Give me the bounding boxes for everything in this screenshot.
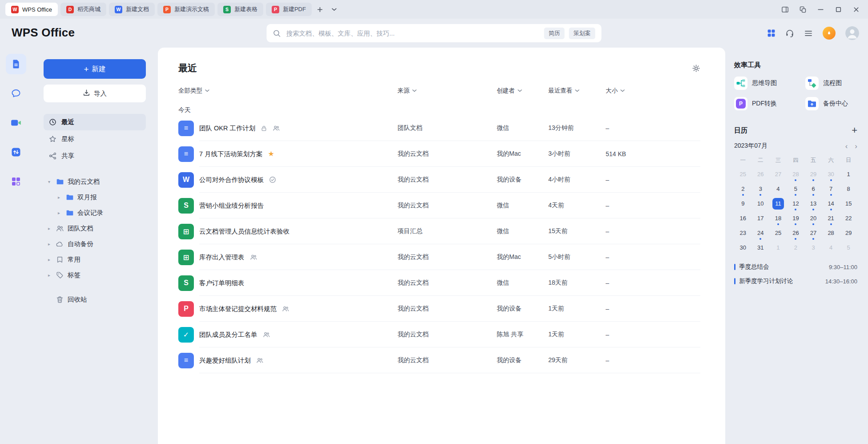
- rail-meeting-icon[interactable]: [6, 113, 26, 133]
- tab-list-chevron-icon[interactable]: [329, 4, 340, 15]
- settings-gear-icon[interactable]: [692, 64, 700, 73]
- file-row[interactable]: ≡ 团队 OKR 工作计划 团队文档 微信 13分钟前 –: [178, 115, 700, 141]
- calendar-day[interactable]: 13: [804, 196, 822, 211]
- file-row[interactable]: S 客户订单明细表 我的云文档 微信 18天前 –: [178, 270, 700, 296]
- search-input[interactable]: [285, 29, 540, 37]
- import-button[interactable]: 导入: [44, 85, 146, 102]
- workspaces-icon[interactable]: [796, 4, 809, 15]
- add-event-icon[interactable]: +: [852, 125, 857, 135]
- calendar-day[interactable]: 30: [822, 167, 840, 182]
- calendar-event[interactable]: 新季度学习计划讨论 14:30–16:00: [734, 275, 857, 287]
- calendar-day[interactable]: 4: [822, 240, 840, 255]
- tool-mindmap[interactable]: 思维导图: [734, 77, 802, 90]
- calendar-day[interactable]: 15: [840, 196, 857, 211]
- calendar-day[interactable]: 11: [769, 196, 787, 211]
- sidebar-tree-item[interactable]: ▸ 双月报: [44, 190, 146, 205]
- member-badge-icon[interactable]: [823, 27, 836, 40]
- expand-caret-icon[interactable]: ▸: [56, 195, 62, 200]
- tool-flowchart[interactable]: 流程图: [805, 77, 857, 90]
- menu-icon[interactable]: [804, 29, 813, 38]
- toggle-panel-icon[interactable]: [778, 4, 792, 15]
- prev-month-icon[interactable]: ‹: [845, 142, 848, 150]
- sidebar-nav-item[interactable]: 星标: [44, 131, 146, 147]
- calendar-day[interactable]: 20: [804, 211, 822, 226]
- calendar-event[interactable]: 季度总结会 9:30–11:00: [734, 261, 857, 273]
- recycle-bin-item[interactable]: 回收站: [44, 292, 146, 307]
- expand-caret-icon[interactable]: ▸: [46, 257, 52, 262]
- rail-transfer-icon[interactable]: [6, 142, 26, 162]
- rail-documents-icon[interactable]: [6, 54, 26, 74]
- file-row[interactable]: W 公司对外合作协议模板 我的云文档 我的设备 4小时前 –: [178, 167, 700, 193]
- search-bar[interactable]: 简历 策划案: [267, 24, 602, 42]
- close-button[interactable]: [849, 4, 863, 15]
- window-tab[interactable]: D 稻壳商城: [60, 3, 106, 16]
- expand-caret-icon[interactable]: ▸: [46, 242, 52, 246]
- window-tab[interactable]: P 新建PDF: [266, 3, 312, 16]
- calendar-day[interactable]: 1: [769, 240, 787, 255]
- rail-apps-icon[interactable]: [6, 171, 26, 192]
- filter-dropdown[interactable]: 全部类型: [178, 87, 398, 95]
- calendar-day[interactable]: 25: [734, 167, 752, 182]
- calendar-day[interactable]: 12: [787, 196, 805, 211]
- calendar-day[interactable]: 27: [804, 226, 822, 240]
- calendar-day[interactable]: 6: [804, 182, 822, 196]
- calendar-day[interactable]: 1: [840, 167, 857, 182]
- calendar-day[interactable]: 3: [752, 182, 770, 196]
- calendar-day[interactable]: 22: [840, 211, 857, 226]
- sidebar-tree-item[interactable]: ▸ 会议记录: [44, 205, 146, 221]
- window-tab[interactable]: W 新建文档: [109, 3, 155, 16]
- support-headset-icon[interactable]: [785, 29, 794, 38]
- calendar-day[interactable]: 2: [787, 240, 805, 255]
- filter-dropdown[interactable]: 最近查看: [548, 87, 606, 95]
- calendar-day[interactable]: 29: [840, 226, 857, 240]
- file-row[interactable]: S 营销小组业绩分析报告 我的云文档 微信 4天前 –: [178, 193, 700, 218]
- window-tab[interactable]: W WPS Office: [5, 3, 58, 16]
- calendar-day[interactable]: 29: [804, 167, 822, 182]
- calendar-day[interactable]: 28: [822, 226, 840, 240]
- calendar-day[interactable]: 2: [734, 182, 752, 196]
- window-tab[interactable]: S 新建表格: [217, 3, 263, 16]
- calendar-day[interactable]: 23: [734, 226, 752, 240]
- tool-backup-center[interactable]: 备份中心: [805, 97, 857, 110]
- new-document-button[interactable]: + 新建: [44, 59, 146, 79]
- sidebar-nav-item[interactable]: 共享: [44, 148, 146, 164]
- calendar-day[interactable]: 5: [787, 182, 805, 196]
- sidebar-tree-item[interactable]: ▾ 我的云文档: [44, 174, 146, 190]
- calendar-day[interactable]: 16: [734, 211, 752, 226]
- sidebar-tree-item[interactable]: ▸ 常用: [44, 252, 146, 267]
- file-row[interactable]: ✓ 团队成员及分工名单 我的云文档 陈旭 共享 1天前 –: [178, 322, 700, 347]
- minimize-button[interactable]: [814, 4, 827, 15]
- calendar-day[interactable]: 19: [787, 211, 805, 226]
- expand-caret-icon[interactable]: ▸: [46, 273, 52, 278]
- calendar-day[interactable]: 9: [734, 196, 752, 211]
- calendar-day[interactable]: 10: [752, 196, 770, 211]
- calendar-day[interactable]: 27: [769, 167, 787, 182]
- calendar-day[interactable]: 14: [822, 196, 840, 211]
- calendar-day[interactable]: 26: [752, 167, 770, 182]
- sidebar-tree-item[interactable]: ▸ 自动备份: [44, 236, 146, 252]
- expand-caret-icon[interactable]: ▾: [46, 179, 52, 184]
- file-row[interactable]: P 市场主体登记提交材料规范 我的云文档 我的设备 1天前 –: [178, 296, 700, 322]
- rail-messages-icon[interactable]: [6, 83, 26, 104]
- grid-view-icon[interactable]: [767, 29, 776, 37]
- calendar-day[interactable]: 25: [769, 226, 787, 240]
- calendar-day[interactable]: 21: [822, 211, 840, 226]
- search-suggestion-resume[interactable]: 简历: [544, 28, 565, 39]
- sidebar-tree-item[interactable]: ▸ 团队文档: [44, 221, 146, 236]
- filter-dropdown[interactable]: 大小: [606, 87, 700, 95]
- calendar-day[interactable]: 5: [840, 240, 857, 255]
- file-row[interactable]: ⊞ 云文档管理人员信息统计表验收 项目汇总 微信 15天前 –: [178, 218, 700, 244]
- filter-dropdown[interactable]: 创建者: [497, 87, 548, 95]
- calendar-day[interactable]: 17: [752, 211, 770, 226]
- calendar-day[interactable]: 8: [840, 182, 857, 196]
- new-tab-button[interactable]: [314, 4, 326, 15]
- expand-caret-icon[interactable]: ▸: [56, 210, 62, 215]
- calendar-day[interactable]: 3: [804, 240, 822, 255]
- next-month-icon[interactable]: ›: [855, 142, 857, 150]
- calendar-day[interactable]: 28: [787, 167, 805, 182]
- window-tab[interactable]: P 新建演示文稿: [157, 3, 215, 16]
- filter-dropdown[interactable]: 来源: [398, 87, 497, 95]
- calendar-day[interactable]: 24: [752, 226, 770, 240]
- file-row[interactable]: ≡ 7 月线下活动策划方案 ★ 我的云文档 我的Mac 3小时前 514 KB: [178, 141, 700, 167]
- file-row[interactable]: ≡ 兴趣爱好组队计划 我的云文档 我的设备 29天前 –: [178, 347, 700, 373]
